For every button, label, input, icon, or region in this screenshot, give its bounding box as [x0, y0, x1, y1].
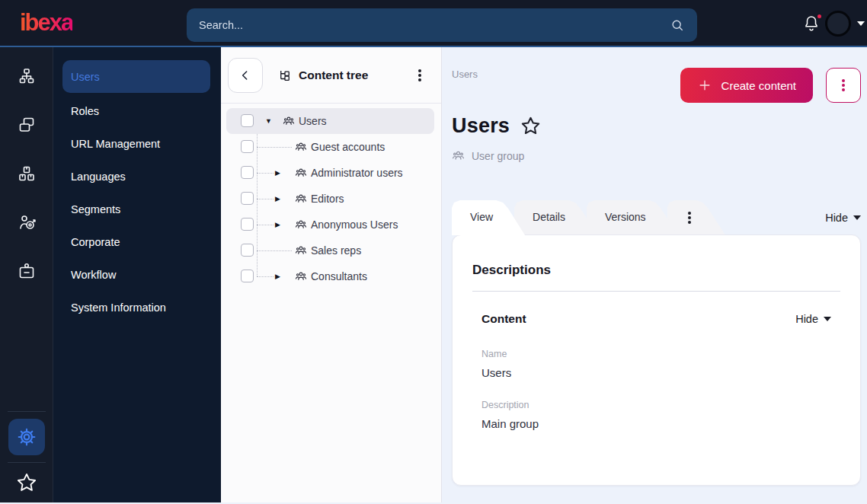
- sidebar-item-url-management[interactable]: URL Management: [62, 129, 210, 158]
- collapse-tree-button[interactable]: [228, 58, 263, 93]
- sidebar-item-system-information[interactable]: System Information: [62, 293, 210, 322]
- tree-options-button[interactable]: [412, 66, 427, 85]
- field-label-description: Description: [472, 400, 840, 410]
- unread-notification-dot: [816, 13, 823, 20]
- content-row: Users Roles URL Management Languages Seg…: [0, 47, 867, 502]
- tab-more-button[interactable]: [667, 200, 725, 234]
- content-type-label: User group: [472, 150, 524, 162]
- sidebar-item-label: Languages: [71, 171, 126, 183]
- field-label-name: Name: [472, 349, 840, 359]
- user-menu[interactable]: [825, 11, 865, 37]
- hide-panel-toggle[interactable]: Hide: [825, 212, 861, 224]
- kebab-icon: [688, 216, 691, 219]
- sidebar-item-corporate[interactable]: Corporate: [62, 228, 210, 257]
- tree-item-label[interactable]: Users: [299, 108, 327, 134]
- settings-button-active[interactable]: [8, 419, 45, 455]
- tree-checkbox[interactable]: [241, 244, 254, 257]
- field-value-description: Main group: [472, 417, 840, 430]
- icon-rail: [0, 47, 53, 502]
- sidebar-item-label: Roles: [71, 105, 99, 117]
- tree-item-editors[interactable]: ▶ Editors: [226, 186, 434, 212]
- main-content: Users Create content Users User group: [442, 47, 867, 502]
- card-divider: [472, 291, 840, 292]
- personalization-icon[interactable]: [18, 213, 36, 231]
- tab-versions[interactable]: Versions: [587, 200, 678, 234]
- caret-down-icon[interactable]: ▼: [265, 108, 272, 134]
- caret-right-icon[interactable]: ▶: [275, 212, 280, 238]
- tree-item-label[interactable]: Anonymous Users: [311, 212, 398, 238]
- create-content-button[interactable]: Create content: [680, 68, 813, 103]
- caret-right-icon[interactable]: ▶: [275, 160, 280, 186]
- breadcrumb[interactable]: Users: [452, 69, 478, 80]
- sitemap-icon[interactable]: [18, 67, 36, 85]
- tree-checkbox[interactable]: [241, 192, 254, 205]
- tree-item-label[interactable]: Guest accounts: [311, 134, 385, 160]
- search-input[interactable]: [199, 19, 670, 31]
- gear-icon: [17, 427, 37, 447]
- user-group-icon: [295, 270, 307, 282]
- tree-checkbox[interactable]: [241, 270, 254, 282]
- sidebar-item-label: Workflow: [71, 269, 116, 281]
- ibexa-logo[interactable]: ibexa: [20, 9, 72, 37]
- chevron-down-icon: [857, 21, 865, 26]
- create-content-label: Create content: [721, 79, 796, 92]
- sidebar-item-workflow[interactable]: Workflow: [62, 260, 210, 289]
- tree-item-sales-reps[interactable]: Sales reps: [226, 238, 434, 263]
- card-heading: Descriptions: [472, 263, 840, 278]
- tree-item-label[interactable]: Sales reps: [311, 238, 361, 263]
- tab-details[interactable]: Details: [514, 200, 597, 234]
- bookmark-toggle[interactable]: [520, 116, 541, 136]
- pages-icon[interactable]: [18, 116, 36, 134]
- avatar[interactable]: [825, 11, 851, 37]
- content-tree-title-group: Content tree: [278, 69, 368, 82]
- star-icon: [16, 472, 37, 493]
- tree-guide-stub: [257, 173, 274, 174]
- tree-item-label[interactable]: Administrator users: [311, 160, 403, 186]
- tree-item-administrator-users[interactable]: ▶ Administrator users: [226, 160, 434, 186]
- tree-item-consultants[interactable]: ▶ Consultants: [226, 263, 434, 289]
- tab-view[interactable]: View: [452, 200, 525, 235]
- caret-right-icon[interactable]: ▶: [275, 263, 280, 289]
- sidebar-item-languages[interactable]: Languages: [62, 162, 210, 191]
- sidebar-item-segments[interactable]: Segments: [62, 195, 210, 224]
- tree-item-label[interactable]: Editors: [311, 186, 344, 212]
- star-icon: [520, 116, 541, 136]
- page-options-button[interactable]: [826, 68, 861, 103]
- chevron-left-icon: [238, 68, 253, 83]
- user-group-icon: [295, 141, 307, 153]
- tree-checkbox[interactable]: [241, 218, 254, 231]
- hide-label: Hide: [795, 313, 818, 325]
- tree-checkbox[interactable]: [241, 140, 254, 153]
- sidebar-item-users[interactable]: Users: [62, 60, 210, 93]
- tree-checkbox[interactable]: [241, 166, 254, 179]
- rail-bottom-group: [0, 411, 53, 493]
- tree-guide-stub: [257, 250, 292, 251]
- hide-section-toggle[interactable]: Hide: [795, 313, 831, 325]
- content-tree-title: Content tree: [299, 69, 368, 82]
- user-group-icon: [452, 149, 465, 162]
- tree-item-label[interactable]: Consultants: [311, 263, 367, 289]
- sidebar-item-roles[interactable]: Roles: [62, 97, 210, 126]
- bookmarks-button[interactable]: [16, 472, 37, 493]
- search-icon: [670, 18, 685, 33]
- descriptions-card: Descriptions Content Hide Name Users Des…: [452, 234, 861, 486]
- tree-guide-stub: [257, 199, 274, 199]
- field-value-name: Users: [472, 366, 840, 379]
- tabs-row: View Details Versions Hide: [452, 200, 861, 234]
- content-section-header: Content Hide: [472, 312, 840, 326]
- kebab-icon: [842, 84, 845, 87]
- notifications-button[interactable]: [802, 14, 822, 34]
- hide-label: Hide: [825, 212, 848, 224]
- tree-checkbox[interactable]: [241, 114, 254, 127]
- content-tree-header: Content tree: [221, 47, 441, 104]
- products-icon[interactable]: [18, 164, 36, 183]
- caret-right-icon[interactable]: ▶: [275, 186, 280, 212]
- sidebar-item-label: URL Management: [71, 138, 160, 150]
- section-title: Content: [481, 312, 526, 326]
- global-search[interactable]: [187, 8, 697, 42]
- tree-item-guest-accounts[interactable]: Guest accounts: [226, 134, 434, 160]
- tree-item-anonymous-users[interactable]: ▶ Anonymous Users: [226, 212, 434, 238]
- tree-item-users[interactable]: ▼ Users: [226, 108, 434, 134]
- admin-badge-icon[interactable]: [18, 262, 36, 280]
- ibexa-admin-app: ibexa: [0, 0, 867, 504]
